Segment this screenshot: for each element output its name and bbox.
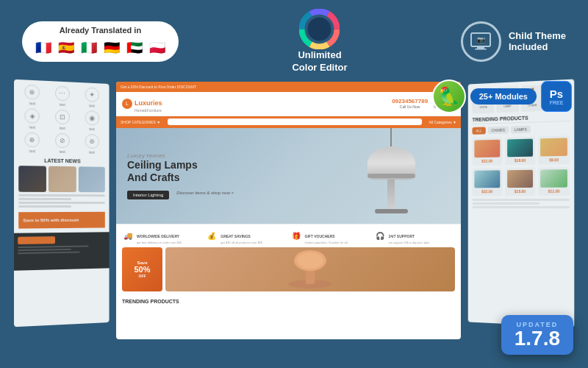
icons-grid: ⊗ text ⋯ text ✦ text ◈ text ⊡ text — [18, 84, 105, 155]
product-item-5: $15.00 — [505, 167, 536, 195]
svg-point-6 — [308, 18, 331, 41]
news-image-2 — [49, 166, 76, 192]
icon-item: ⋯ text — [49, 85, 76, 107]
svg-text:📷: 📷 — [477, 35, 486, 44]
filter-chairs[interactable]: CHAIRS — [488, 126, 509, 134]
product-item-3: $9.00 — [538, 135, 570, 164]
flag-de: 🇩🇪 — [102, 38, 121, 57]
main-content: ⊗ text ⋯ text ✦ text ◈ text ⊡ text — [0, 82, 588, 339]
text-line — [18, 194, 105, 197]
right-panel: 🛋️ SOFA 💡 LAMP 🪑 CHAIR 🖼️ ART TRENDING P… — [468, 79, 575, 327]
product-img-2 — [507, 138, 534, 157]
store-top-bar: Get a 20% Discount to First Order DISCOU… — [116, 82, 461, 92]
nav-link: All Categories ▼ — [429, 120, 456, 124]
flag-pl: 🇵🇱 — [148, 38, 167, 57]
support-sub: we support 24h a day your plan — [389, 241, 430, 244]
rp-filter-buttons: ALL CHAIRS LAMPS — [473, 124, 570, 135]
hero-banner: Luxury Homes Ceiling Lamps And Crafts In… — [116, 128, 461, 224]
svg-rect-8 — [477, 46, 484, 49]
center-panel: Get a 20% Discount to First Order DISCOU… — [116, 82, 461, 339]
phone-info: 09234567789 Call Us Now — [392, 98, 428, 109]
left-panel: ⊗ text ⋯ text ✦ text ◈ text ⊡ text — [14, 79, 110, 327]
vouchers-icon: 🎁 — [290, 230, 302, 241]
color-editor-badge: Unlimited Color Editor — [292, 9, 347, 74]
filter-lamps[interactable]: LAMPS — [511, 125, 531, 133]
savings-icon: 💰 — [206, 230, 218, 241]
icon-item: ⊛ text — [79, 133, 105, 155]
icon-item: ◉ text — [79, 110, 105, 132]
product-img-1 — [474, 139, 500, 157]
color-editor-text: Unlimited Color Editor — [292, 49, 347, 74]
lamp-base — [375, 209, 408, 213]
icon-item: ✦ text — [79, 87, 105, 108]
orange-promotion-bar: Save to 50% with discount — [18, 212, 105, 229]
products-section: TRENDING PRODUCTS — [116, 294, 461, 311]
news-text-lines — [18, 194, 105, 208]
filter-all[interactable]: ALL — [473, 127, 486, 134]
child-theme-badge: 📷 Child Theme Included — [461, 21, 566, 62]
flag-fr: 🇫🇷 — [34, 38, 53, 57]
vouchers-sub: Instant quantities. Voucher for all — [305, 241, 348, 244]
delivery-icon: 🚚 — [122, 230, 134, 241]
color-wheel-icon — [299, 9, 340, 49]
ps-badge: Ps FREE — [541, 81, 572, 112]
features-row: 🚚 WORLDWIDE DELIVERY get free delivery o… — [116, 224, 461, 247]
latest-news-section: LATEST NEWS — [18, 158, 105, 208]
product-price-4: $22.00 — [474, 189, 500, 194]
modules-badge: 25+ Modules — [470, 88, 537, 105]
store-nav: SHOP CATEGORIES ▼ All Categories ▼ — [116, 116, 461, 128]
promotion-text: Save to 50% with discount — [23, 218, 79, 223]
feature-savings: 💰 GREAT SAVINGS get $10 off all products… — [206, 227, 287, 244]
footer-lines — [18, 245, 106, 254]
footer-logo — [18, 236, 55, 244]
phone-number: 09234567789 — [392, 98, 428, 105]
sale-off: OFF — [139, 274, 146, 278]
translated-label: Already Translated in — [60, 26, 141, 35]
flags-row: 🇫🇷 🇪🇸 🇮🇹 🇩🇪 🇦🇪 🇵🇱 — [34, 38, 167, 57]
ps-label: Ps — [550, 88, 563, 100]
support-icon: 🎧 — [374, 230, 386, 241]
sale-percent: 50% — [134, 265, 150, 274]
hero-text: Luxury Homes Ceiling Lamps And Crafts In… — [116, 145, 245, 207]
monitor-icon: 📷 — [470, 30, 492, 52]
vouchers-title: GIFT VOUCHERS — [305, 234, 335, 238]
flag-ae: 🇦🇪 — [125, 38, 144, 57]
lamp-table-svg — [165, 247, 455, 291]
product-price-5: $15.00 — [507, 189, 534, 194]
product-item-1: $12.00 — [473, 137, 502, 165]
delivery-sub: get free delivery on order over $45 — [137, 241, 182, 244]
child-theme-text: Child Theme Included — [509, 30, 566, 52]
updated-version: 1.7.8 — [514, 328, 560, 349]
news-image-1 — [18, 166, 46, 192]
rp-section-title: TRENDING PRODUCTS — [473, 113, 570, 124]
icon-item: ⊡ text — [49, 109, 76, 130]
top-badges-row: Already Translated in 🇫🇷 🇪🇸 🇮🇹 🇩🇪 🇦🇪 🇵🇱 … — [0, 0, 588, 82]
lamp-shade — [368, 146, 415, 180]
phone-label: Call Us Now — [400, 105, 420, 109]
text-line — [473, 206, 570, 208]
child-theme-icon: 📷 — [461, 21, 501, 62]
modules-count: 25+ — [479, 92, 493, 101]
updated-badge: UPDATED 1.7.8 — [501, 315, 573, 355]
nav-shop: SHOP CATEGORIES ▼ — [121, 120, 160, 124]
hero-title: Ceiling Lamps And Crafts — [127, 159, 234, 184]
color-editor-line1: Unlimited — [292, 49, 347, 62]
hero-button[interactable]: Interior Lighting — [127, 191, 169, 199]
nav-search-bar — [168, 118, 421, 125]
logo-icon: L — [122, 99, 132, 109]
svg-point-14 — [297, 252, 323, 269]
product-img-4 — [474, 170, 500, 188]
modules-label: Modules — [495, 92, 528, 101]
lamp-illustration — [365, 128, 417, 224]
product-img-5 — [507, 170, 534, 188]
text-line — [473, 202, 540, 205]
text-line — [18, 198, 71, 200]
product-price-2: $18.00 — [507, 158, 534, 163]
store-header: L Luxuries Home&Furniture 09234567789 Ca… — [116, 92, 461, 116]
ps-free: FREE — [550, 100, 564, 105]
sale-banner: Save 50% OFF — [116, 247, 461, 294]
translated-badge: Already Translated in 🇫🇷 🇪🇸 🇮🇹 🇩🇪 🇦🇪 🇵🇱 — [22, 21, 179, 62]
lamp-cord — [390, 128, 392, 146]
icon-item: ⊗ text — [18, 84, 46, 106]
store-logo: L Luxuries Home&Furniture — [122, 95, 162, 113]
